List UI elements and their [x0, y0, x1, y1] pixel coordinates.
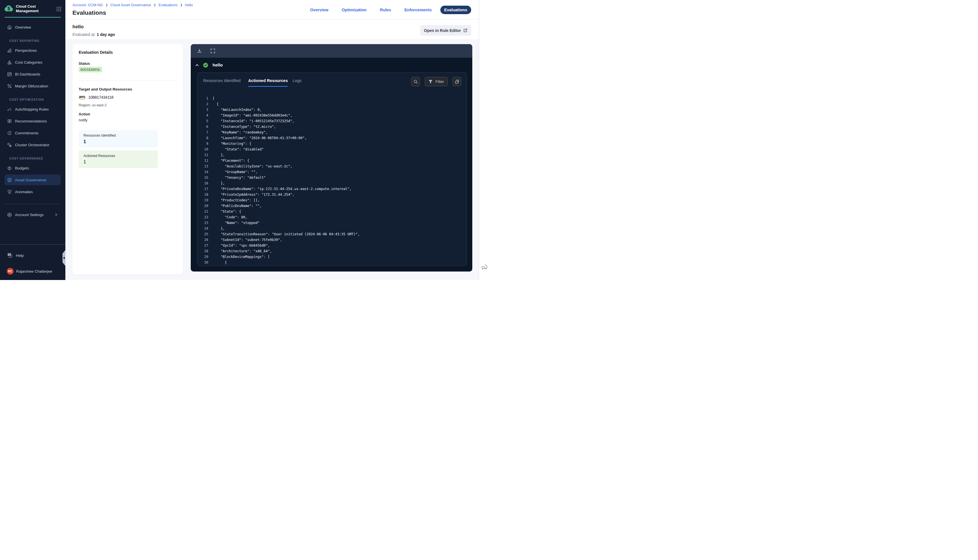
code-line: 10 "State": "disabled" — [197, 147, 467, 152]
breadcrumb-module[interactable]: Cloud Asset Governance — [110, 3, 151, 7]
line-number: 17 — [197, 186, 208, 192]
sidebar-item-label: Cluster Orchestrator — [15, 143, 50, 147]
line-text: }, — [212, 152, 225, 158]
line-text: }, — [212, 226, 225, 232]
tab-enforcements[interactable]: Enforcements — [404, 8, 432, 12]
code-line: 11 }, — [197, 152, 467, 158]
sidebar-item-bi-dashboards[interactable]: BI Dashboards — [5, 69, 60, 80]
code-line: 27 "VpcId": "vpc-bb845bd0", — [197, 243, 467, 248]
help-chat-icon: ? — [7, 253, 12, 258]
module-switcher-icon[interactable] — [56, 7, 62, 12]
sidebar-item-recommendations[interactable]: Recommendations — [5, 116, 60, 127]
code-line: 26 "SubnetId": "subnet-75fe9b39", — [197, 237, 467, 243]
sidebar-item-account-settings[interactable]: Account Settings — [5, 209, 60, 220]
product-title: Cloud Cost Management — [16, 4, 56, 13]
tab-logs[interactable]: Logs — [293, 78, 301, 86]
sidebar-item-cost-categories[interactable]: Cost Categories — [5, 57, 60, 68]
shapes-icon — [7, 60, 12, 65]
filter-icon — [429, 80, 433, 84]
breadcrumb: Account: CCM-NG ❯ Cloud Asset Governance… — [72, 3, 193, 7]
user-profile[interactable]: RC Rajarshee Chatterjee — [0, 268, 65, 275]
region: Region: us-east-2 — [78, 103, 177, 107]
breadcrumb-page[interactable]: Evaluations — [159, 3, 177, 7]
app-root: $ Cloud Cost Management Overview — [0, 0, 489, 280]
svg-text:$: $ — [9, 167, 10, 169]
line-text: "AvailabilityZone": "us-east-2c", — [212, 163, 292, 169]
breadcrumb-separator: ❯ — [105, 3, 108, 7]
sidebar-item-margin-obfuscation[interactable]: Margin Obfuscation — [5, 81, 60, 92]
open-in-rule-editor-button[interactable]: Open in Rule Editor — [420, 25, 471, 36]
download-icon[interactable] — [197, 48, 202, 53]
chat-support-icon[interactable] — [481, 264, 488, 271]
card-divider — [78, 80, 177, 80]
aws-logo: aws — [78, 95, 86, 100]
open-in-rule-editor-label: Open in Rule Editor — [424, 28, 461, 33]
tab-resources-identified[interactable]: Resources Identified — [203, 78, 240, 86]
code-line: 7 "KeyName": "randomkey", — [197, 130, 467, 135]
code-line: 14 "GroupName": "", — [197, 169, 467, 175]
sidebar-item-autostopping[interactable]: AutoStopping Rules — [5, 104, 60, 115]
sidebar-item-cluster-orchestrator[interactable]: Cluster Orchestrator — [5, 140, 60, 150]
dashboard-icon — [7, 72, 12, 77]
line-text: "StateTransitionReason": "User initiated… — [212, 232, 360, 237]
line-number: 9 — [197, 141, 208, 147]
tab-overview[interactable]: Overview — [310, 8, 329, 12]
code-line: 24 }, — [197, 226, 467, 232]
sidebar-item-label: Anomalies — [15, 190, 33, 194]
sidebar-item-help[interactable]: ? Help — [0, 251, 62, 260]
card-title: Evaluation Details — [78, 50, 177, 55]
copy-button[interactable] — [452, 77, 461, 86]
line-number: 11 — [197, 152, 208, 158]
line-text: "KeyName": "randomkey", — [212, 130, 268, 135]
filter-button[interactable]: Filter — [425, 77, 448, 86]
line-text: "Name": "stopped" — [212, 220, 259, 226]
sidebar-item-overview[interactable]: Overview — [5, 22, 60, 33]
resources-identified-value: 1 — [83, 139, 153, 144]
line-number: 25 — [197, 232, 208, 237]
sidebar-item-label: AutoStopping Rules — [15, 107, 49, 112]
breadcrumb-separator: ❯ — [154, 3, 156, 7]
sidebar-item-label: Asset Governance — [15, 178, 47, 182]
sidebar-item-anomalies[interactable]: Anomalies — [5, 187, 60, 197]
actioned-resources-value: 1 — [83, 160, 153, 165]
svg-text:$: $ — [7, 6, 10, 11]
section-cost-governance: COST GOVERNANCE — [0, 157, 65, 160]
sidebar-item-perspectives[interactable]: Perspectives — [5, 45, 60, 56]
line-number: 12 — [197, 158, 208, 163]
tab-optimization[interactable]: Optimization — [342, 8, 367, 12]
line-number: 3 — [197, 107, 208, 113]
right-utility-strip — [479, 0, 489, 280]
code-viewer[interactable]: 1[2 {3 "AmiLaunchIndex": 0,4 "ImageId": … — [197, 96, 467, 265]
run-row: hello — [191, 58, 472, 72]
breadcrumb-item[interactable]: hello — [185, 3, 193, 7]
code-line: 29 "BlockDeviceMappings": [ — [197, 254, 467, 260]
tab-evaluations-active[interactable]: Evaluations — [440, 6, 471, 14]
line-text: { — [212, 101, 219, 107]
sidebar-item-budgets[interactable]: $ Budgets — [5, 163, 60, 173]
section-cost-optimization: COST OPTIMIZATION — [0, 98, 65, 102]
line-text: [ — [212, 96, 215, 101]
sidebar-item-commitments[interactable]: Commitments — [5, 128, 60, 138]
code-line: 18 "PrivateIpAddress": "172.31.44.254", — [197, 192, 467, 197]
tab-actioned-resources[interactable]: Actioned Resources — [248, 78, 288, 87]
line-number: 14 — [197, 169, 208, 175]
breadcrumb-account[interactable]: Account: CCM-NG — [72, 3, 103, 7]
recommendation-icon — [7, 119, 12, 123]
tab-rules[interactable]: Rules — [380, 8, 391, 12]
search-button[interactable] — [411, 77, 420, 86]
fullscreen-icon[interactable] — [210, 48, 215, 53]
panel-tabs: Resources Identified Actioned Resources … — [197, 73, 467, 88]
page-header: Account: CCM-NG ❯ Cloud Asset Governance… — [65, 0, 479, 20]
collapse-chevron-icon[interactable] — [195, 63, 199, 67]
line-number: 27 — [197, 243, 208, 248]
line-text: "State": { — [212, 209, 241, 214]
line-text: "PublicDnsName": "", — [212, 203, 262, 209]
sidebar-item-label: Cost Categories — [15, 60, 42, 65]
line-text: "BlockDeviceMappings": [ — [212, 254, 270, 260]
resources-panel: Resources Identified Actioned Resources … — [197, 72, 467, 266]
external-link-icon — [463, 28, 467, 33]
code-line: 21 "State": { — [197, 209, 467, 214]
search-icon — [414, 80, 418, 84]
cluster-icon — [7, 143, 12, 147]
sidebar-item-asset-governance[interactable]: $ Asset Governance — [5, 175, 60, 185]
